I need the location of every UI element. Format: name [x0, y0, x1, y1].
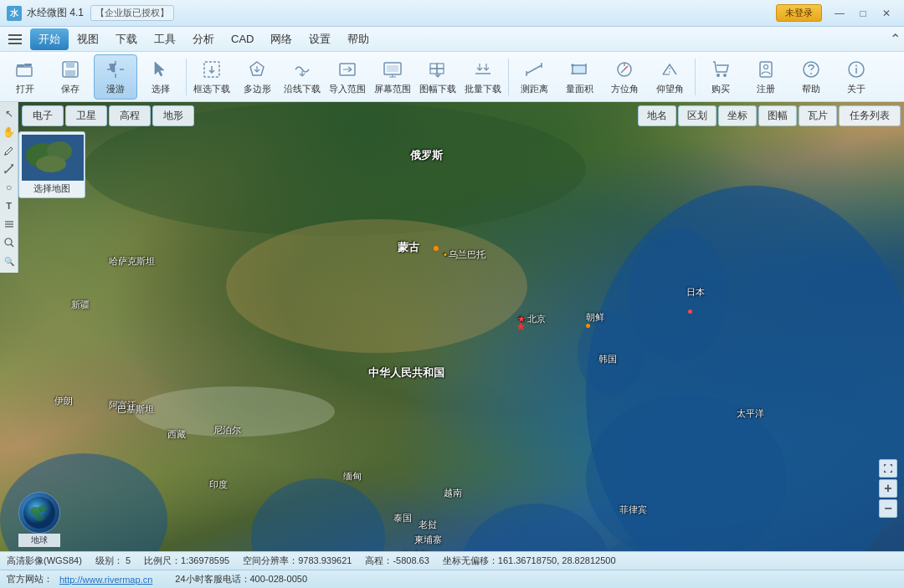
menu-item-tools[interactable]: 工具	[146, 28, 184, 50]
svg-line-16	[526, 65, 542, 74]
svg-point-53	[5, 238, 12, 245]
lt-zoom[interactable]	[1, 234, 18, 251]
toolbar-measure-dist[interactable]: 测距离	[512, 54, 556, 100]
maximize-button[interactable]: □	[852, 5, 874, 22]
task-panel-button[interactable]: 任务列表	[839, 105, 901, 126]
right-tabs: 地名 区划 坐标 图幅 瓦片 任务列表	[634, 102, 904, 130]
menu-item-cad[interactable]: CAD	[223, 29, 262, 49]
toolbar-screen-range[interactable]: 屏幕范围	[371, 54, 414, 100]
right-tab-mapframe[interactable]: 图幅	[758, 105, 797, 126]
status-separator	[159, 573, 168, 585]
menu-item-help[interactable]: 帮助	[339, 28, 378, 50]
login-button[interactable]: 未登录	[776, 4, 822, 22]
separator-3	[695, 59, 696, 95]
polygon-label: 多边形	[244, 83, 271, 95]
menu-item-settings[interactable]: 设置	[300, 28, 339, 50]
map-controls: + −	[879, 459, 897, 518]
help-label: 帮助	[802, 83, 820, 95]
hamburger-menu[interactable]	[3, 28, 27, 51]
menu-item-home[interactable]: 开始	[30, 28, 69, 50]
lt-circle[interactable]: ○	[1, 179, 18, 196]
toolbar-save[interactable]: 保存	[49, 54, 92, 100]
screen-range-icon	[381, 58, 404, 81]
toolbar-help[interactable]: 帮助	[789, 54, 833, 100]
toolbar-register[interactable]: 注册	[744, 54, 788, 100]
toolbar-measure-area[interactable]: 量面积	[557, 54, 601, 100]
toolbar-select[interactable]: 选择	[139, 54, 182, 100]
batch-download-label: 批量下载	[465, 83, 501, 95]
right-tab-coordinate[interactable]: 坐标	[718, 105, 757, 126]
measure-dist-icon	[522, 58, 546, 81]
menu-item-view[interactable]: 视图	[69, 28, 107, 50]
toolbar-import-range[interactable]: 导入范围	[326, 54, 369, 100]
toolbar-tilt[interactable]: 仰望角	[648, 54, 691, 100]
svg-rect-13	[430, 69, 437, 74]
toolbar-about[interactable]: 关于	[835, 54, 878, 100]
open-icon	[13, 58, 37, 81]
right-tab-district[interactable]: 区划	[678, 105, 717, 126]
svg-point-58	[36, 156, 66, 172]
collapse-arrow[interactable]: ⌃	[890, 32, 901, 46]
svg-line-54	[11, 244, 13, 247]
import-range-icon	[336, 58, 359, 81]
globe-widget[interactable]: 地球	[18, 492, 60, 547]
line-download-icon	[290, 58, 314, 81]
close-button[interactable]: ✕	[876, 5, 897, 22]
menu-item-network[interactable]: 网络	[262, 28, 300, 50]
status-bar-1: 高清影像(WGS84) 级别： 5 比例尺：1:36978595 空间分辨率：9…	[0, 551, 904, 570]
map-expand-btn[interactable]	[879, 459, 897, 478]
toolbar-bearing[interactable]: 方位角	[603, 54, 646, 100]
svg-rect-1	[17, 67, 32, 76]
svg-rect-12	[437, 64, 444, 69]
map-tab-satellite[interactable]: 卫星	[65, 105, 107, 126]
lt-arrow[interactable]: ↖	[1, 105, 18, 122]
status-bar-2: 官方网站： http://www.rivermap.cn 24小时客服电话：40…	[0, 570, 904, 588]
right-tab-tile[interactable]: 瓦片	[799, 105, 837, 126]
app-icon: 水	[7, 6, 22, 21]
left-toolbar: ↖ ✋ ○ T 🔍	[0, 102, 18, 273]
pan-label: 漫游	[106, 83, 125, 95]
svg-point-62	[34, 514, 44, 521]
right-tab-placename[interactable]: 地名	[638, 105, 676, 126]
select-label: 选择	[152, 83, 170, 95]
website-link[interactable]: http://www.rivermap.cn	[59, 575, 152, 585]
title-badge: 【企业版已授权】	[90, 5, 174, 21]
toolbar-pan[interactable]: 漫游	[94, 54, 137, 100]
lt-zoom-out[interactable]: 🔍	[1, 253, 18, 269]
bearing-icon	[613, 58, 636, 81]
register-label: 注册	[757, 83, 775, 95]
toolbar-open[interactable]: 打开	[3, 54, 47, 100]
toolbar-frame-download[interactable]: 框选下载	[190, 54, 234, 100]
map-area[interactable]: ↖ ✋ ○ T 🔍 电子 卫星 高程 地形	[0, 102, 904, 551]
frame-download-icon	[200, 58, 223, 81]
line-download-label: 沿线下载	[284, 83, 321, 95]
toolbar-line-download[interactable]: 沿线下载	[280, 54, 324, 100]
lt-pencil[interactable]	[1, 142, 18, 159]
level-label: 级别： 5	[95, 555, 131, 567]
map-selector[interactable]: 选择地图	[18, 131, 85, 198]
map-zoom-in-btn[interactable]: +	[879, 479, 897, 498]
lt-layers[interactable]	[1, 216, 18, 233]
lt-text[interactable]: T	[1, 197, 18, 214]
toolbar-buy[interactable]: 购买	[699, 54, 742, 100]
svg-rect-19	[573, 65, 586, 74]
map-tab-elevation[interactable]: 高程	[109, 105, 151, 126]
minimize-button[interactable]: —	[829, 5, 850, 22]
toolbar-batch-download[interactable]: 批量下载	[461, 54, 505, 100]
map-selector-label: 选择地图	[22, 182, 82, 195]
lt-measure[interactable]	[1, 161, 18, 177]
map-tab-terrain[interactable]: 地形	[152, 105, 194, 126]
measure-area-label: 量面积	[566, 83, 593, 95]
lt-pan[interactable]: ✋	[1, 124, 18, 141]
menu-item-analysis[interactable]: 分析	[184, 28, 223, 50]
svg-rect-11	[430, 64, 437, 69]
toolbar-polygon[interactable]: 多边形	[235, 54, 279, 100]
pan-icon	[104, 58, 127, 81]
toolbar: 打开 保存 漫游 选择 框选下载 多边形 沿线下载	[0, 52, 904, 102]
menu-item-download[interactable]: 下载	[107, 28, 146, 50]
map-zoom-out-btn[interactable]: −	[879, 499, 897, 518]
window-controls: — □ ✕	[829, 5, 897, 22]
map-tab-electron[interactable]: 电子	[22, 105, 64, 126]
toolbar-frame-width[interactable]: 图幅下载	[416, 54, 460, 100]
elevation-label: 高程：-5808.63	[365, 555, 429, 567]
